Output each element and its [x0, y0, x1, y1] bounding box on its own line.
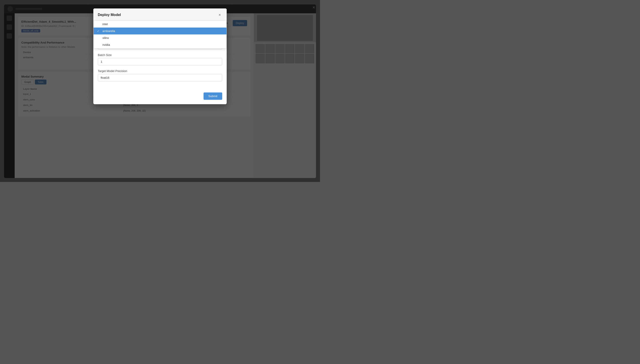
deploy-modal: Deploy Model × intel ✓ ambarella xilinx …: [93, 8, 227, 104]
submit-button[interactable]: Submit: [204, 92, 222, 100]
target-precision-input[interactable]: [98, 74, 222, 81]
dropdown-label-nvidia: nvidia: [102, 43, 110, 46]
vendor-dropdown-list[interactable]: intel ✓ ambarella xilinx nvidia: [93, 20, 227, 48]
modal-footer: Submit: [93, 90, 227, 104]
dropdown-item-nvidia[interactable]: nvidia: [94, 41, 226, 48]
modal-backdrop: Deploy Model × intel ✓ ambarella xilinx …: [0, 0, 320, 182]
batch-size-wrapper: [98, 58, 222, 65]
checkmark-ambarella: ✓: [97, 30, 101, 33]
target-precision-group: Target Model Precision: [98, 69, 222, 81]
dropdown-label-intel: intel: [102, 22, 108, 26]
modal-close-button[interactable]: ×: [217, 12, 222, 17]
modal-title: Deploy Model: [98, 13, 121, 17]
dropdown-label-ambarella: ambarella: [102, 29, 115, 33]
dropdown-label-xilinx: xilinx: [102, 36, 109, 40]
batch-size-label: Batch Size: [98, 53, 222, 57]
target-precision-label: Target Model Precision: [98, 69, 222, 73]
dropdown-item-intel[interactable]: intel: [94, 21, 226, 28]
dropdown-item-ambarella[interactable]: ✓ ambarella: [94, 28, 226, 34]
batch-size-group: Batch Size: [98, 53, 222, 65]
batch-size-input[interactable]: [98, 58, 222, 65]
dropdown-item-xilinx[interactable]: xilinx: [94, 34, 226, 41]
modal-header: Deploy Model ×: [93, 8, 227, 21]
